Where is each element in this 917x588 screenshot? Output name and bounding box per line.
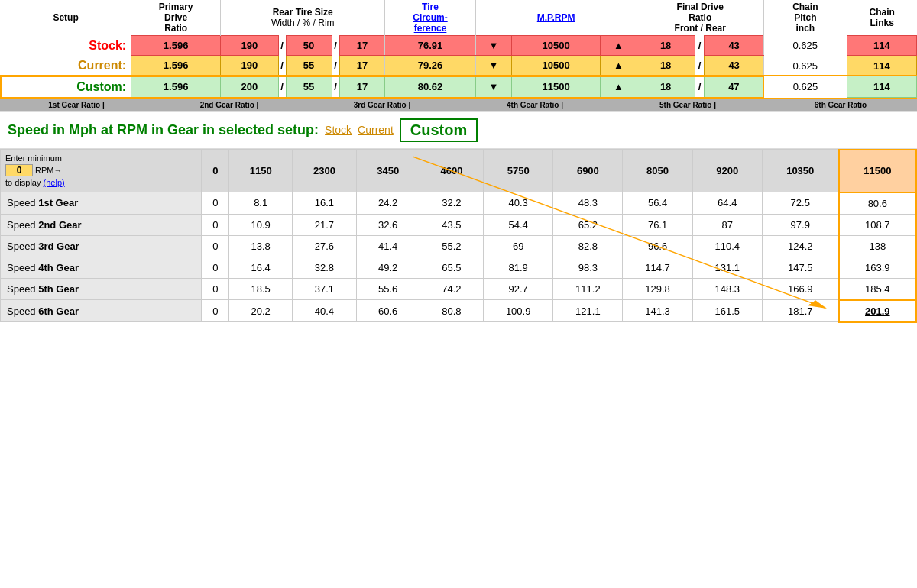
speed-cell-r3-c10: 138	[839, 235, 916, 257]
speed-cell-r6-c4: 80.8	[420, 300, 483, 322]
speed-cell-r3-c1: 13.8	[229, 235, 293, 257]
min-rpm-label: Enter minimum	[5, 153, 62, 163]
speed-cell-r1-c3: 24.2	[356, 192, 420, 215]
custom-slash3: /	[695, 76, 705, 98]
custom-up-arrow[interactable]: ▲	[601, 76, 637, 98]
gear-label-6: Speed 6th Gear	[1, 300, 202, 322]
current-chain-pitch: 0.625	[763, 56, 847, 76]
stock-final-rear: 43	[705, 36, 763, 56]
col-header-2300: 2300	[293, 150, 356, 192]
speed-cell-r1-c9: 72.5	[762, 192, 838, 215]
stock-up-arrow[interactable]: ▲	[601, 36, 637, 56]
speed-cell-r5-c6: 111.2	[553, 278, 623, 300]
gear-label-3: Speed 3rd Gear	[1, 235, 202, 257]
stock-label: Stock:	[1, 36, 131, 56]
custom-selected-box[interactable]: Custom	[400, 118, 478, 142]
col-header-3450: 3450	[356, 150, 420, 192]
speed-row-2: Speed 2nd Gear010.921.732.643.554.465.27…	[1, 214, 917, 235]
stock-down-arrow[interactable]: ▼	[475, 36, 512, 56]
stock-link[interactable]: Stock	[325, 124, 352, 136]
col-header-5750: 5750	[484, 150, 553, 192]
col-header-11500: 11500	[839, 150, 916, 192]
min-rpm-input[interactable]	[5, 164, 33, 176]
stock-chain-links: 114	[847, 36, 916, 56]
col-header-1150: 1150	[229, 150, 293, 192]
mph-link[interactable]: M.P.RPM	[537, 12, 575, 23]
custom-down-arrow[interactable]: ▼	[475, 76, 512, 98]
speed-cell-r4-c4: 65.5	[420, 257, 483, 278]
header-table: Setup PrimaryDriveRatio Rear Tire SizeWi…	[0, 0, 917, 99]
current-up-arrow[interactable]: ▲	[601, 56, 637, 76]
gear-label-1: Speed 1st Gear	[1, 192, 202, 215]
custom-pct[interactable]: 55	[286, 76, 332, 98]
current-down-arrow[interactable]: ▼	[475, 56, 512, 76]
speed-cell-r6-c9: 181.7	[762, 300, 838, 322]
speed-cell-r1-c5: 40.3	[484, 192, 553, 215]
col-header-0: 0	[202, 150, 229, 192]
stock-setup-link[interactable]: Stock	[325, 124, 352, 136]
current-row: Current: 1.596 190 / 55 / 17 79.26 ▼ 105…	[1, 56, 917, 76]
speed-cell-r1-c2: 16.1	[293, 192, 356, 215]
speed-cell-r3-c8: 110.4	[692, 235, 762, 257]
speed-cell-r2-c0: 0	[202, 214, 229, 235]
current-final-front: 18	[637, 56, 695, 76]
to-display-label: to display	[5, 178, 41, 187]
current-label: Current:	[1, 56, 131, 76]
stock-row: Stock: 1.596 190 / 50 / 17 76.91 ▼ 10500…	[1, 36, 917, 56]
mph-rpm-header: M.P.RPM	[475, 0, 637, 36]
gear-divider: 1st Gear Ratio | 2nd Gear Ratio | 3rd Ge…	[0, 99, 917, 111]
speed-cell-r1-c6: 48.3	[553, 192, 623, 215]
rpm-header-cell: Enter minimum RPM→ to display (help)	[1, 150, 202, 192]
col-header-6900: 6900	[553, 150, 623, 192]
primary-drive-header: PrimaryDriveRatio	[131, 0, 221, 36]
tire-link[interactable]: TireCircum-ference	[413, 2, 447, 34]
custom-circumference: 80.62	[385, 76, 475, 98]
help-link[interactable]: (help)	[44, 178, 65, 187]
speed-cell-r1-c10: 80.6	[839, 192, 916, 215]
gear-divider-3: 3rd Gear Ratio |	[306, 101, 458, 109]
col-header-9200: 9200	[692, 150, 762, 192]
speed-cell-r1-c4: 32.2	[420, 192, 483, 215]
speed-cell-r1-c8: 64.4	[692, 192, 762, 215]
speed-cell-r6-c8: 161.5	[692, 300, 762, 322]
current-setup-link[interactable]: Current	[358, 124, 394, 136]
custom-final-rear[interactable]: 47	[705, 76, 763, 98]
gear-divider-4: 4th Gear Ratio |	[458, 101, 611, 109]
current-link[interactable]: Current	[358, 124, 394, 136]
current-rpm: 10500	[512, 56, 601, 76]
col-header-10350: 10350	[762, 150, 838, 192]
chain-links-header: ChainLinks	[847, 0, 916, 36]
speed-row-6: Speed 6th Gear020.240.460.680.8100.9121.…	[1, 300, 917, 322]
speed-cell-r6-c5: 100.9	[484, 300, 553, 322]
speed-cell-r5-c9: 166.9	[762, 278, 838, 300]
custom-slash2: /	[332, 76, 339, 98]
speed-table-body: Speed 1st Gear08.116.124.232.240.348.356…	[1, 192, 917, 322]
speed-cell-r2-c9: 97.9	[762, 214, 838, 235]
current-slash1: /	[278, 56, 286, 76]
speed-cell-r6-c0: 0	[202, 300, 229, 322]
custom-final-front[interactable]: 18	[637, 76, 695, 98]
speed-cell-r6-c6: 121.1	[553, 300, 623, 322]
speed-cell-r4-c10: 163.9	[839, 257, 916, 278]
speed-cell-r3-c2: 27.6	[293, 235, 356, 257]
speed-cell-r5-c2: 37.1	[293, 278, 356, 300]
gear-divider-2: 2nd Gear Ratio |	[153, 101, 306, 109]
stock-primary-drive: 1.596	[131, 36, 221, 56]
speed-cell-r5-c0: 0	[202, 278, 229, 300]
custom-width[interactable]: 200	[221, 76, 279, 98]
custom-rpm[interactable]: 11500	[512, 76, 601, 98]
speed-cell-r4-c6: 98.3	[553, 257, 623, 278]
speed-table-header-row: Enter minimum RPM→ to display (help) 0 1…	[1, 150, 917, 192]
speed-cell-r3-c9: 124.2	[762, 235, 838, 257]
speed-cell-r4-c2: 32.8	[293, 257, 356, 278]
current-circumference: 79.26	[385, 56, 475, 76]
speed-heading-text: Speed in Mph at RPM in Gear in selected …	[8, 122, 319, 138]
speed-cell-r2-c1: 10.9	[229, 214, 293, 235]
speed-cell-r5-c10: 185.4	[839, 278, 916, 300]
speed-cell-r4-c3: 49.2	[356, 257, 420, 278]
chain-pitch-header: ChainPitchinch	[763, 0, 847, 36]
custom-primary-drive[interactable]: 1.596	[131, 76, 221, 98]
custom-rim[interactable]: 17	[339, 76, 385, 98]
gear-divider-5: 5th Gear Ratio |	[611, 101, 764, 109]
speed-cell-r2-c3: 32.6	[356, 214, 420, 235]
